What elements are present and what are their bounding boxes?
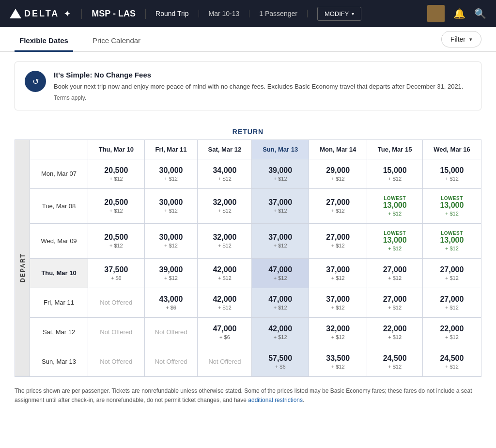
price-cell[interactable]: Not Offered: [144, 317, 198, 347]
price-fee: + $12: [371, 176, 418, 182]
table-row: Thu, Mar 1037,500+ $639,000+ $1242,000+ …: [15, 258, 481, 288]
filter-button[interactable]: Filter ▾: [441, 31, 481, 47]
price-cell[interactable]: 27,000+ $12: [309, 223, 367, 258]
row-label[interactable]: Fri, Mar 11: [30, 288, 88, 317]
main-content: Flexible Dates Price Calendar Filter ▾ ↺…: [0, 27, 496, 448]
price-cell[interactable]: 37,000+ $12: [309, 288, 367, 317]
row-label[interactable]: Tue, Mar 08: [30, 188, 88, 223]
price-fee: + $12: [149, 243, 194, 248]
row-label[interactable]: Thu, Mar 10: [30, 258, 88, 288]
price-fee: + $12: [427, 246, 477, 251]
price-main: 57,500: [256, 354, 305, 363]
price-cell[interactable]: LOWEST13,000+ $12: [422, 188, 481, 223]
row-label[interactable]: Mon, Mar 07: [30, 159, 88, 188]
price-main: 37,000: [313, 295, 363, 304]
row-label[interactable]: Sat, Mar 12: [30, 317, 88, 347]
tabs-bar: Flexible Dates Price Calendar Filter ▾: [0, 27, 496, 52]
price-cell[interactable]: 15,000+ $12: [422, 159, 481, 188]
price-cell[interactable]: LOWEST13,000+ $12: [367, 188, 422, 223]
depart-label: DEPART: [15, 159, 30, 376]
modify-button[interactable]: MODIFY ▾: [317, 7, 362, 21]
price-cell[interactable]: 27,000+ $12: [422, 288, 481, 317]
table-row: Wed, Mar 0920,500+ $1230,000+ $1232,000+…: [15, 223, 481, 258]
price-cell[interactable]: 39,000+ $12: [144, 258, 198, 288]
price-cell[interactable]: 30,000+ $12: [144, 223, 198, 258]
price-cell[interactable]: 32,000+ $12: [198, 223, 252, 258]
price-cell[interactable]: 27,000+ $12: [309, 188, 367, 223]
price-main: 37,000: [256, 198, 305, 207]
table-row: DEPARTMon, Mar 0720,500+ $1230,000+ $123…: [15, 159, 481, 188]
price-cell[interactable]: 39,000+ $12: [252, 159, 309, 188]
price-fee: + $12: [313, 176, 363, 182]
price-cell[interactable]: Not Offered: [88, 317, 145, 347]
col-header-mon-mar14: Mon, Mar 14: [309, 139, 367, 159]
row-label[interactable]: Sun, Mar 13: [30, 347, 88, 376]
price-fee: + $12: [313, 305, 363, 310]
price-cell[interactable]: LOWEST13,000+ $12: [422, 223, 481, 258]
price-cell[interactable]: 15,000+ $12: [367, 159, 422, 188]
price-cell[interactable]: 42,000+ $12: [252, 317, 309, 347]
not-offered-label: Not Offered: [155, 328, 187, 336]
price-fee: + $12: [313, 208, 363, 214]
price-cell[interactable]: 30,000+ $12: [144, 159, 198, 188]
price-cell[interactable]: 24,500+ $12: [422, 347, 481, 376]
avatar[interactable]: [427, 5, 445, 22]
banner-text: Book your next trip now and enjoy more p…: [54, 82, 463, 92]
price-cell[interactable]: Not Offered: [88, 347, 145, 376]
price-cell[interactable]: 22,000+ $12: [367, 317, 422, 347]
price-fee: + $12: [371, 246, 418, 251]
price-cell[interactable]: LOWEST13,000+ $12: [367, 223, 422, 258]
price-cell[interactable]: 57,500+ $6: [252, 347, 309, 376]
price-cell[interactable]: 37,000+ $12: [252, 188, 309, 223]
row-label[interactable]: Wed, Mar 09: [30, 223, 88, 258]
price-main: 47,000: [256, 265, 305, 274]
tab-flexible-dates[interactable]: Flexible Dates: [15, 28, 73, 51]
banner-content: It's Simple: No Change Fees Book your ne…: [54, 71, 463, 101]
lowest-badge: LOWEST: [427, 231, 477, 236]
price-main: 30,000: [149, 166, 194, 175]
price-cell[interactable]: 47,000+ $12: [252, 258, 309, 288]
price-cell[interactable]: 27,000+ $12: [367, 288, 422, 317]
col-header-thu-mar10: Thu, Mar 10: [88, 139, 145, 159]
price-fee: + $12: [256, 243, 305, 248]
price-cell[interactable]: 20,500+ $12: [88, 159, 145, 188]
price-cell[interactable]: 24,500+ $12: [367, 347, 422, 376]
notification-bell-icon[interactable]: 🔔: [453, 8, 465, 19]
price-cell[interactable]: 43,000+ $6: [144, 288, 198, 317]
additional-restrictions-link[interactable]: additional restrictions: [248, 397, 303, 403]
price-cell[interactable]: 42,000+ $12: [198, 288, 252, 317]
price-fee: + $12: [92, 176, 140, 182]
search-icon[interactable]: 🔍: [474, 8, 486, 19]
price-cell[interactable]: 30,000+ $12: [144, 188, 198, 223]
footer-note-text: The prices shown are per passenger. Tick…: [15, 387, 472, 403]
price-cell[interactable]: 37,000+ $12: [309, 258, 367, 288]
price-cell[interactable]: 29,000+ $12: [309, 159, 367, 188]
price-cell[interactable]: 47,000+ $6: [198, 317, 252, 347]
tab-price-calendar[interactable]: Price Calendar: [88, 28, 145, 51]
price-cell[interactable]: 22,000+ $12: [422, 317, 481, 347]
price-cell[interactable]: 32,000+ $12: [198, 188, 252, 223]
price-cell[interactable]: 42,000+ $12: [198, 258, 252, 288]
price-cell[interactable]: 47,000+ $12: [252, 288, 309, 317]
price-cell[interactable]: 34,000+ $12: [198, 159, 252, 188]
price-cell[interactable]: 27,000+ $12: [367, 258, 422, 288]
footer-note: The prices shown are per passenger. Tick…: [0, 377, 496, 410]
price-main: 29,000: [313, 166, 363, 175]
price-cell[interactable]: 37,500+ $6: [88, 258, 145, 288]
price-cell[interactable]: 20,500+ $12: [88, 223, 145, 258]
price-cell[interactable]: 33,500+ $12: [309, 347, 367, 376]
price-fee: + $12: [256, 334, 305, 340]
chevron-down-icon: ▾: [352, 11, 354, 16]
price-fee: + $12: [256, 275, 305, 281]
not-offered-label: Not Offered: [208, 358, 241, 365]
price-cell[interactable]: 20,500+ $12: [88, 188, 145, 223]
price-cell[interactable]: 37,000+ $12: [252, 223, 309, 258]
route-display: MSP - LAS: [82, 9, 146, 19]
price-cell[interactable]: Not Offered: [198, 347, 252, 376]
price-cell[interactable]: 27,000+ $12: [422, 258, 481, 288]
price-cell[interactable]: 32,000+ $12: [309, 317, 367, 347]
price-cell[interactable]: Not Offered: [144, 347, 198, 376]
modify-label: MODIFY: [325, 10, 349, 17]
col-header-sat-mar12: Sat, Mar 12: [198, 139, 252, 159]
price-cell[interactable]: Not Offered: [88, 288, 145, 317]
